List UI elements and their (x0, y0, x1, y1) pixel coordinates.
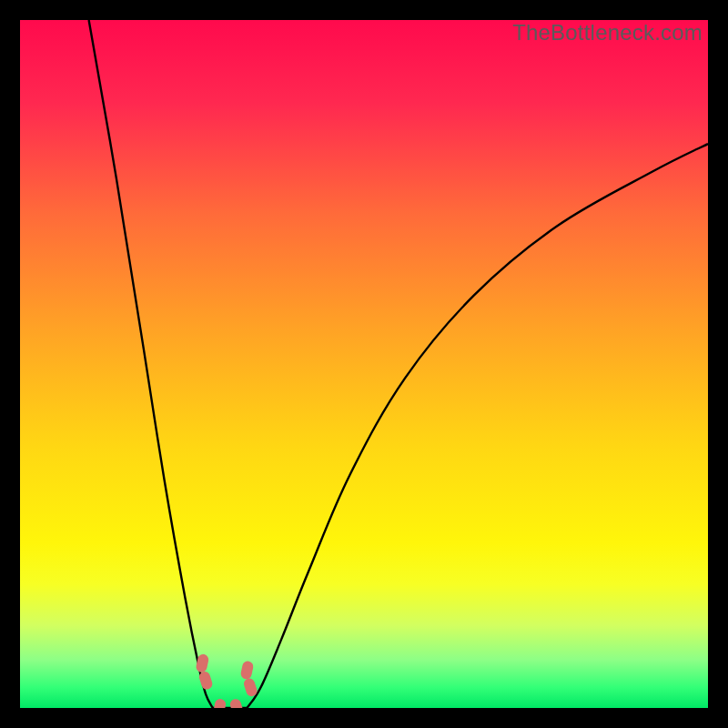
chart-frame: TheBottleneck.com (20, 20, 708, 708)
watermark-text: TheBottleneck.com (512, 20, 703, 46)
gradient-background (20, 20, 708, 708)
bottleneck-chart (20, 20, 708, 708)
